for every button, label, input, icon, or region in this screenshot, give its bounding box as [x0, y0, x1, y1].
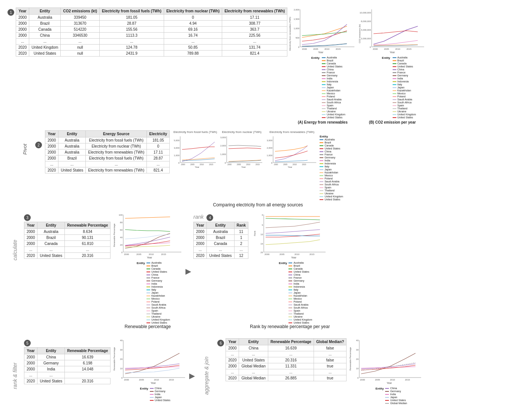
legend-label: Kazakhstan: [327, 89, 341, 92]
svg-text:2000: 2000: [181, 163, 185, 166]
legend-item: United Kingdom: [320, 195, 343, 198]
agg-join-container: aggregate & join: [197, 338, 216, 413]
legend-line: [146, 284, 150, 284]
svg-text:2,000,000: 2,000,000: [361, 37, 371, 40]
svg-text:Year: Year: [291, 256, 297, 259]
t3-renew: Renewable Percentage: [65, 222, 111, 229]
legend-label: Kazakhstan: [151, 294, 165, 297]
table-cell: 339450: [61, 15, 100, 21]
legend-line: [288, 275, 292, 275]
table-cell: Australia: [58, 143, 86, 149]
legend-label: Saudi Arabia: [293, 303, 308, 306]
legend-line: [146, 263, 150, 263]
legend-line: [320, 160, 323, 161]
table-cell: 2000: [24, 229, 37, 235]
legend-item: Spain: [288, 309, 312, 312]
section6-badge: 6: [217, 340, 224, 346]
legend-item: Poland: [393, 95, 416, 98]
legend-line: [393, 105, 396, 106]
legend-line: [320, 145, 323, 146]
legend-label: Spain: [151, 309, 158, 312]
table-cell: Brazil: [29, 21, 61, 27]
legend-item: France: [320, 153, 343, 156]
legend-line: [146, 316, 150, 317]
legend-line: [146, 305, 150, 305]
legend-label: Poland: [324, 177, 333, 180]
legend-item: United States: [320, 198, 343, 201]
legend-line: [320, 184, 323, 185]
legend-label: Germany: [324, 156, 335, 159]
legend-line: [393, 84, 396, 85]
legend-line: [393, 57, 396, 58]
table-cell: 2000: [16, 15, 29, 21]
chart-b-svg: CO2 emissions (kt) 0 2,000,000 4,000,000…: [359, 7, 426, 56]
legend-item: United States: [320, 147, 343, 150]
t5-renew: Renewable Percentage: [65, 348, 111, 354]
legend-line: [320, 157, 323, 158]
row34: calculate 3 Year Entity Renewable Percen…: [7, 213, 525, 329]
legend-line: [320, 154, 323, 155]
svg-text:80: 80: [120, 221, 123, 224]
legend-line: [393, 78, 396, 79]
legend-line: [146, 272, 150, 272]
t6-global: Global Median?: [314, 339, 346, 345]
legend-label: China: [327, 68, 333, 71]
legend-label: Brazil: [293, 264, 300, 267]
table-cell: 16.639: [65, 354, 111, 360]
table-cell: Brazil: [207, 235, 234, 241]
table-cell: Germany: [37, 360, 65, 366]
legend-line: [393, 114, 396, 115]
svg-text:10,000,000: 10,000,000: [360, 12, 371, 14]
svg-text:5,000: 5,000: [174, 139, 180, 142]
legend-item: Saudi Arabia: [320, 180, 343, 183]
legend-item: United Kingdom: [146, 318, 170, 321]
legend-line: [322, 63, 326, 64]
legend-line: [320, 166, 323, 167]
pivot-container: Pivot: [17, 130, 32, 168]
table-cell: 2000: [16, 21, 29, 27]
legend-line: [320, 196, 323, 197]
svg-text:Rank: Rank: [254, 230, 256, 236]
chart-b-legend-area: Entity AustraliaBrazilCanadaUnited State…: [382, 56, 416, 119]
svg-text:1,500: 1,500: [294, 18, 300, 20]
table-cell: Australia: [37, 229, 65, 235]
compare-legend-title: Entity: [320, 135, 328, 138]
legend-line: [288, 263, 292, 263]
table-cell: 2000: [45, 143, 58, 149]
legend-item: Germany: [393, 74, 416, 77]
legend-item: Kazakhstan: [288, 294, 312, 297]
col-co2: CO2 emissions (kt): [61, 8, 100, 15]
legend-line: [322, 102, 326, 103]
legend-line: [322, 84, 326, 85]
table1: Year Entity CO2 emissions (kt) Electrici…: [16, 7, 287, 57]
legend-label: China: [151, 273, 158, 276]
aggregate-join-label: aggregate & join: [203, 353, 209, 399]
legend-item: Canada: [320, 144, 343, 147]
arrow56: ▶: [189, 371, 195, 380]
chart-renewables2-label: Electricity from renewables (TWh): [269, 130, 314, 134]
t2-source: Energy Source: [86, 131, 147, 137]
legend-label: Italy: [398, 83, 402, 86]
table-cell: 4.94: [164, 21, 222, 27]
svg-text:2000: 2000: [227, 163, 232, 166]
legend-item: Australia: [322, 56, 345, 59]
legend-label: Kazakhstan: [324, 171, 338, 174]
table4: Year Entity Rank 2000Australia112000Braz…: [193, 222, 248, 259]
legend-line: [320, 172, 323, 173]
svg-text:2000: 2000: [124, 379, 129, 381]
legend-line: [150, 394, 154, 395]
legend-line: [322, 108, 326, 109]
legend-item: China: [385, 387, 407, 390]
table-cell: ...: [147, 161, 170, 167]
legend-line: [322, 78, 326, 79]
legend-label: France: [398, 71, 406, 74]
legend-line: [322, 69, 326, 70]
legend-label: France: [151, 276, 160, 279]
chart5-legend-title: Entity: [140, 387, 148, 402]
t4-year: Year: [194, 222, 207, 229]
legend-label: France: [324, 153, 333, 156]
legend-item: Japan: [146, 291, 170, 294]
svg-text:CO2 emissions (kt): CO2 emissions (kt): [359, 24, 361, 43]
svg-text:60: 60: [120, 229, 123, 231]
table-cell: 11: [234, 229, 248, 235]
